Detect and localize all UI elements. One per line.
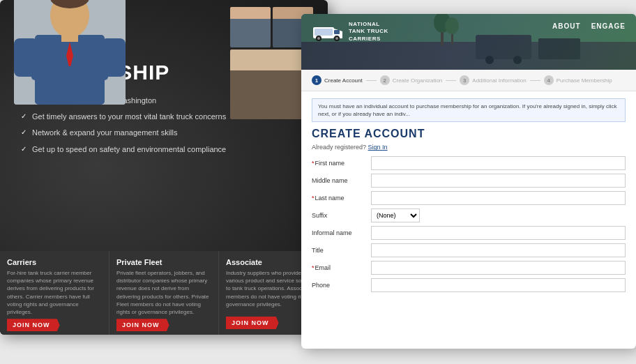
middle-name-input[interactable] bbox=[371, 174, 626, 188]
carrier-card: Carriers For-hire tank truck carrier mem… bbox=[0, 251, 109, 335]
info-bar: You must have an individual account to p… bbox=[312, 98, 626, 122]
step-3[interactable]: 3 Additional Information bbox=[460, 75, 526, 85]
step-4-label: Purchase Membership bbox=[556, 77, 612, 84]
svg-rect-26 bbox=[315, 29, 333, 36]
logo-text: NATIONAL TANK TRUCK CARRIERS bbox=[349, 21, 388, 43]
suffix-row: Suffix (None) Jr. Sr. II III bbox=[312, 208, 626, 222]
svg-point-14 bbox=[513, 56, 522, 64]
phone-label: Phone bbox=[312, 282, 371, 289]
phone-input[interactable] bbox=[371, 278, 626, 292]
title-row: Title bbox=[312, 243, 626, 257]
middle-name-label: Middle name bbox=[312, 177, 371, 184]
middle-name-row: Middle name bbox=[312, 174, 626, 188]
sign-in-link[interactable]: Sign In bbox=[368, 144, 388, 151]
svg-point-25 bbox=[335, 37, 338, 40]
progress-steps: 1 Create Account 2 Create Organization 3… bbox=[301, 70, 636, 91]
logo-truck-icon bbox=[312, 22, 343, 43]
step-2-num: 2 bbox=[380, 75, 390, 85]
category-cards: Carriers For-hire tank truck carrier mem… bbox=[0, 251, 328, 335]
suffix-label: Suffix bbox=[312, 212, 371, 219]
informal-name-label: Informal name bbox=[312, 229, 371, 236]
already-registered-text: Already registered? Sign In bbox=[312, 144, 626, 151]
carrier-title: Carriers bbox=[7, 258, 102, 266]
step-divider-1 bbox=[366, 80, 377, 81]
step-4[interactable]: 4 Purchase Membership bbox=[544, 75, 612, 85]
nav-engage[interactable]: ENGAGE bbox=[591, 22, 626, 30]
svg-point-13 bbox=[485, 56, 494, 64]
informal-name-input[interactable] bbox=[371, 226, 626, 240]
svg-point-23 bbox=[317, 37, 320, 40]
step-divider-3 bbox=[530, 80, 540, 81]
phone-row: Phone bbox=[312, 278, 626, 292]
informal-name-row: Informal name bbox=[312, 226, 626, 240]
header-nav: ABOUT ENGAGE bbox=[552, 22, 626, 30]
step-2[interactable]: 2 Create Organization bbox=[380, 75, 443, 85]
first-name-input[interactable] bbox=[371, 156, 626, 170]
carrier-desc: For-hire tank truck carrier member compa… bbox=[7, 269, 102, 316]
step-2-label: Create Organization bbox=[393, 77, 443, 84]
svg-rect-10 bbox=[301, 42, 636, 70]
last-name-input[interactable] bbox=[371, 191, 626, 205]
email-label: Email bbox=[312, 264, 371, 271]
private-fleet-join-button[interactable]: JOIN NOW bbox=[116, 319, 169, 331]
step-1[interactable]: 1 Create Account bbox=[312, 75, 363, 85]
associate-join-button[interactable]: JOIN NOW bbox=[226, 317, 279, 329]
form-panel: NATIONAL TANK TRUCK CARRIERS ABOUT ENGAG… bbox=[301, 14, 636, 349]
private-fleet-title: Private Fleet bbox=[116, 258, 211, 266]
form-header: NATIONAL TANK TRUCK CARRIERS ABOUT ENGAG… bbox=[301, 14, 636, 70]
form-content: You must have an individual account to p… bbox=[301, 91, 636, 344]
private-fleet-desc: Private fleet operators, jobbers, and di… bbox=[116, 269, 211, 316]
membership-panel: VALUE OF OUR MEMBERSHIP Gain a powerful … bbox=[0, 0, 328, 335]
title-label: Title bbox=[312, 247, 371, 254]
nav-about[interactable]: ABOUT bbox=[552, 22, 581, 30]
suffix-select[interactable]: (None) Jr. Sr. II III bbox=[371, 208, 420, 222]
photo-person-1 bbox=[230, 7, 271, 47]
svg-rect-11 bbox=[476, 35, 531, 59]
step-4-num: 4 bbox=[544, 75, 554, 85]
benefit-2: Get timely answers to your most vital ta… bbox=[21, 112, 307, 122]
carrier-join-button[interactable]: JOIN NOW bbox=[7, 319, 60, 331]
first-name-row: First name bbox=[312, 156, 626, 170]
form-title: CREATE ACCOUNT bbox=[312, 128, 626, 140]
logo-area: NATIONAL TANK TRUCK CARRIERS bbox=[312, 21, 388, 43]
email-input[interactable] bbox=[371, 261, 626, 275]
svg-point-18 bbox=[445, 17, 459, 34]
first-name-label: First name bbox=[312, 160, 371, 167]
email-row: Email bbox=[312, 261, 626, 275]
step-divider-2 bbox=[446, 80, 456, 81]
svg-rect-21 bbox=[334, 30, 340, 34]
benefit-3: Network & expand your management skills bbox=[21, 128, 307, 138]
svg-rect-12 bbox=[538, 38, 580, 59]
main-person-photo bbox=[14, 0, 126, 105]
last-name-label: Last name bbox=[312, 195, 371, 202]
step-3-label: Additional Information bbox=[472, 77, 526, 84]
benefit-4: Get up to speed on safety and environmen… bbox=[21, 144, 307, 155]
svg-rect-8 bbox=[31, 66, 108, 80]
title-input[interactable] bbox=[371, 243, 626, 257]
last-name-row: Last name bbox=[312, 191, 626, 205]
step-1-label: Create Account bbox=[324, 77, 363, 84]
step-1-num: 1 bbox=[312, 75, 321, 85]
step-3-num: 3 bbox=[460, 75, 469, 85]
private-fleet-card: Private Fleet Private fleet operators, j… bbox=[109, 251, 219, 335]
